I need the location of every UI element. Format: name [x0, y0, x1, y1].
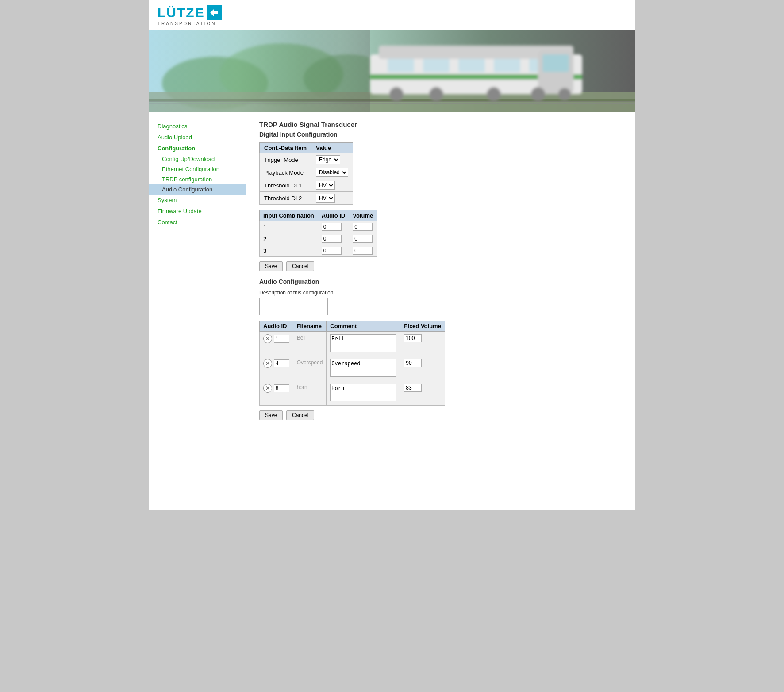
comment-input-3[interactable]: Horn: [330, 384, 396, 401]
sidebar-item-audio-configuration[interactable]: Audio Configuration: [149, 184, 246, 195]
delete-button-3[interactable]: ✕: [263, 384, 272, 393]
input-combination-header: Input Combination: [260, 210, 318, 221]
audio-id-header: Audio ID: [318, 210, 349, 221]
svg-point-24: [531, 87, 545, 101]
filename-text-2: Overspeed: [297, 359, 323, 366]
value-header: Value: [311, 143, 353, 153]
sidebar-item-trdp-configuration[interactable]: TRDP configuration: [149, 174, 246, 184]
svg-point-25: [558, 88, 571, 100]
audio-id-input-2[interactable]: [322, 235, 342, 243]
fixed-volume-input-1[interactable]: [404, 334, 422, 342]
fixed-volume-input-2[interactable]: [404, 359, 422, 367]
sidebar-item-ethernet-configuration[interactable]: Ethernet Configuration: [149, 164, 246, 174]
cancel-button-1[interactable]: Cancel: [286, 261, 314, 271]
threshold-di2-row: Threshold DI 2 HV LV: [260, 192, 353, 205]
trigger-mode-select[interactable]: Edge Level: [316, 155, 340, 164]
save-button-2[interactable]: Save: [259, 410, 283, 420]
audio-delete-id-cell-1: ✕: [260, 332, 293, 356]
sidebar-item-diagnostics[interactable]: Diagnostics: [149, 121, 246, 132]
trigger-mode-label: Trigger Mode: [260, 153, 311, 166]
save-button-1[interactable]: Save: [259, 261, 283, 271]
di-config-buttons: Save Cancel: [259, 261, 622, 271]
svg-rect-16: [494, 59, 520, 72]
comment-input-1[interactable]: Bell: [330, 334, 396, 352]
threshold-di1-label: Threshold DI 1: [260, 179, 311, 192]
sidebar-item-contact[interactable]: Contact: [149, 217, 246, 228]
svg-point-21: [389, 87, 404, 101]
di-config-table: Conf.-Data Item Value Trigger Mode Edge …: [259, 142, 353, 205]
logo-row: LÜTZE ↔: [158, 5, 222, 20]
sidebar-item-audio-upload[interactable]: Audio Upload: [149, 132, 246, 143]
filename-cell-2: Overspeed: [293, 356, 327, 381]
input-row-2: 2: [260, 233, 377, 245]
description-label: Description of this configuration:: [259, 290, 622, 296]
audio-row-2: ✕ Overspeed Overspeed: [260, 356, 445, 381]
di-config-title: Digital Input Configuration: [259, 131, 622, 138]
threshold-di1-cell: HV LV: [311, 179, 353, 192]
fixed-volume-cell-3: [400, 381, 445, 406]
audio-id-input-3[interactable]: [322, 247, 342, 255]
comment-cell-2: Overspeed: [327, 356, 400, 381]
input-combination-cell-2: 2: [260, 233, 318, 245]
threshold-di1-select[interactable]: HV LV: [316, 181, 335, 190]
volume-input-2[interactable]: [353, 235, 373, 243]
audio-config-section: Audio Configuration Description of this …: [259, 278, 622, 420]
delete-button-1[interactable]: ✕: [263, 334, 272, 343]
page-title: TRDP Audio Signal Transducer: [259, 121, 622, 128]
comment-col-header: Comment: [327, 321, 400, 332]
conf-data-item-header: Conf.-Data Item: [260, 143, 311, 153]
audio-id-value-2[interactable]: [274, 359, 289, 367]
input-combination-table: Input Combination Audio ID Volume 1 2 3: [259, 210, 377, 257]
hero-banner: [149, 30, 635, 112]
sidebar-section-configuration: Configuration: [149, 143, 246, 154]
filename-cell-3: horn: [293, 381, 327, 406]
sidebar-item-system[interactable]: System: [149, 195, 246, 206]
description-input[interactable]: [259, 298, 328, 315]
fixed-volume-cell-2: [400, 356, 445, 381]
audio-delete-id-cell-2: ✕: [260, 356, 293, 381]
comment-input-2[interactable]: Overspeed: [330, 359, 396, 377]
svg-point-23: [487, 87, 501, 101]
input-combination-cell-3: 3: [260, 245, 318, 257]
input-row-3: 3: [260, 245, 377, 257]
cancel-button-2[interactable]: Cancel: [286, 410, 314, 420]
volume-input-1[interactable]: [353, 223, 373, 231]
audio-row-3: ✕ horn Horn: [260, 381, 445, 406]
logo-text: LÜTZE: [158, 5, 205, 20]
header: LÜTZE ↔ TRANSPORTATION: [149, 0, 635, 30]
sidebar-item-firmware-update[interactable]: Firmware Update: [149, 206, 246, 217]
svg-text:↔: ↔: [211, 9, 217, 16]
volume-input-3[interactable]: [353, 247, 373, 255]
audio-id-value-3[interactable]: [274, 384, 289, 392]
filename-cell-1: Bell: [293, 332, 327, 356]
threshold-di2-select[interactable]: HV LV: [316, 194, 335, 203]
page-content: TRDP Audio Signal Transducer Digital Inp…: [246, 112, 635, 510]
audio-id-cell-3: [318, 245, 349, 257]
threshold-di2-cell: HV LV: [311, 192, 353, 205]
input-row-1: 1: [260, 221, 377, 233]
playback-mode-row: Playback Mode Disabled Enabled: [260, 166, 353, 179]
svg-rect-15: [458, 59, 485, 72]
audio-id-input-1[interactable]: [322, 223, 342, 231]
audio-config-buttons: Save Cancel: [259, 410, 622, 420]
audio-id-cell-1: [318, 221, 349, 233]
tagline: TRANSPORTATION: [158, 21, 216, 26]
svg-point-22: [429, 87, 443, 101]
svg-rect-14: [423, 59, 450, 72]
volume-cell-3: [349, 245, 377, 257]
audio-delete-id-cell-3: ✕: [260, 381, 293, 406]
audio-id-value-1[interactable]: [274, 335, 289, 343]
logo-icon: ↔: [207, 5, 222, 20]
sidebar-item-config-up-download[interactable]: Config Up/Download: [149, 154, 246, 164]
fixed-volume-cell-1: [400, 332, 445, 356]
playback-mode-select[interactable]: Disabled Enabled: [316, 168, 348, 177]
volume-header: Volume: [349, 210, 377, 221]
filename-text-3: horn: [297, 384, 307, 390]
audio-config-title: Audio Configuration: [259, 278, 622, 285]
comment-cell-1: Bell: [327, 332, 400, 356]
filename-text-1: Bell: [297, 335, 306, 341]
fixed-volume-input-3[interactable]: [404, 384, 422, 392]
trigger-mode-cell: Edge Level: [311, 153, 353, 166]
svg-rect-26: [149, 30, 370, 112]
delete-button-2[interactable]: ✕: [263, 359, 272, 368]
